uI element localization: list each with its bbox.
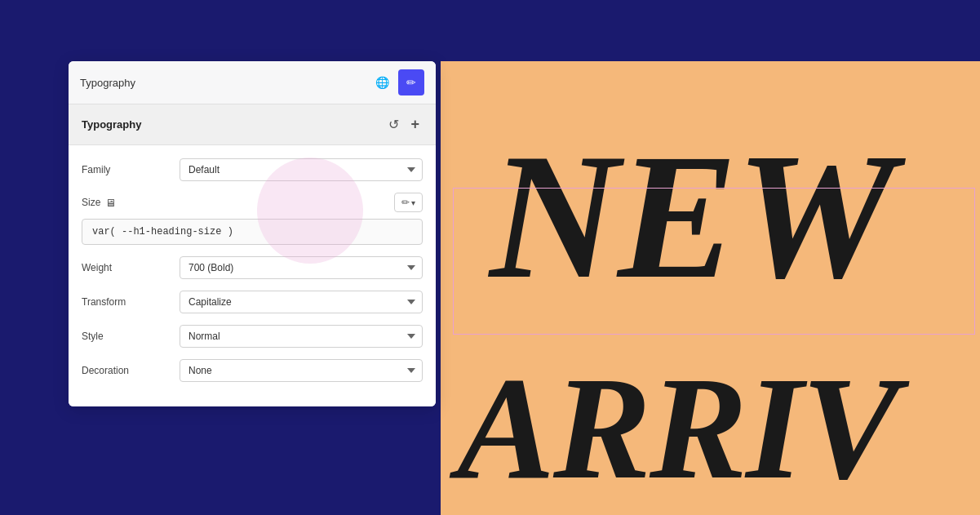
family-label: Family [82,164,180,175]
globe-icon: 🌐 [375,76,389,89]
transform-row: Transform Capitalize None Uppercase Lowe… [82,291,423,313]
panel-section-title: Typography [82,118,141,131]
add-icon: + [410,116,419,133]
style-row: Style Normal Italic Oblique [82,325,423,348]
globe-button[interactable]: 🌐 [369,69,395,95]
add-button[interactable]: + [407,114,423,135]
decoration-control: None Underline Overline Line-through [180,359,423,382]
panel-header-actions: 🌐 ✏ [369,69,424,95]
panel-section-header: Typography ↺ + [69,104,436,145]
css-var-row [82,219,423,245]
transform-select[interactable]: Capitalize None Uppercase Lowercase [180,291,423,313]
canvas-content: NEW ARRIV [441,61,980,515]
family-control: Default [180,158,423,181]
pencil-small-icon: ✏ [401,197,410,208]
canvas-text-arriv: ARRIV [457,355,898,502]
panel-section-actions: ↺ + [385,114,423,135]
panel-header: Typography 🌐 ✏ [69,61,436,104]
decoration-label: Decoration [82,365,180,376]
size-edit-button[interactable]: ✏ ▾ [394,193,423,212]
pencil-button[interactable]: ✏ [398,69,424,95]
reset-icon: ↺ [388,117,399,132]
family-row: Family Default [82,158,423,181]
weight-row: Weight 700 (Bold) 100 (Thin) 300 (Light)… [82,256,423,279]
chevron-down-icon: ▾ [411,198,415,207]
weight-control: 700 (Bold) 100 (Thin) 300 (Light) 400 (N… [180,256,423,279]
decoration-row: Decoration None Underline Overline Line-… [82,359,423,382]
monitor-icon: 🖥 [105,197,116,209]
size-control-area: ✏ ▾ [180,193,423,212]
family-select[interactable]: Default [180,158,423,181]
canvas-text-new: NEW [490,127,894,306]
style-select[interactable]: Normal Italic Oblique [180,325,423,348]
style-label: Style [82,331,180,342]
transform-control: Capitalize None Uppercase Lowercase [180,291,423,313]
pencil-icon: ✏ [406,76,416,89]
panel-header-title: Typography [80,77,135,89]
weight-select[interactable]: 700 (Bold) 100 (Thin) 300 (Light) 400 (N… [180,256,423,279]
reset-button[interactable]: ↺ [385,115,402,134]
weight-label: Weight [82,262,180,273]
css-var-input[interactable] [82,219,423,245]
transform-label: Transform [82,296,180,308]
panel-body: Family Default Size 🖥 ✏ ▾ [69,145,436,406]
style-control: Normal Italic Oblique [180,325,423,348]
decoration-select[interactable]: None Underline Overline Line-through [180,359,423,382]
size-label: Size 🖥 [82,197,180,209]
size-row: Size 🖥 ✏ ▾ [82,193,423,212]
typography-panel: Typography 🌐 ✏ Typography ↺ + Family [69,61,436,406]
